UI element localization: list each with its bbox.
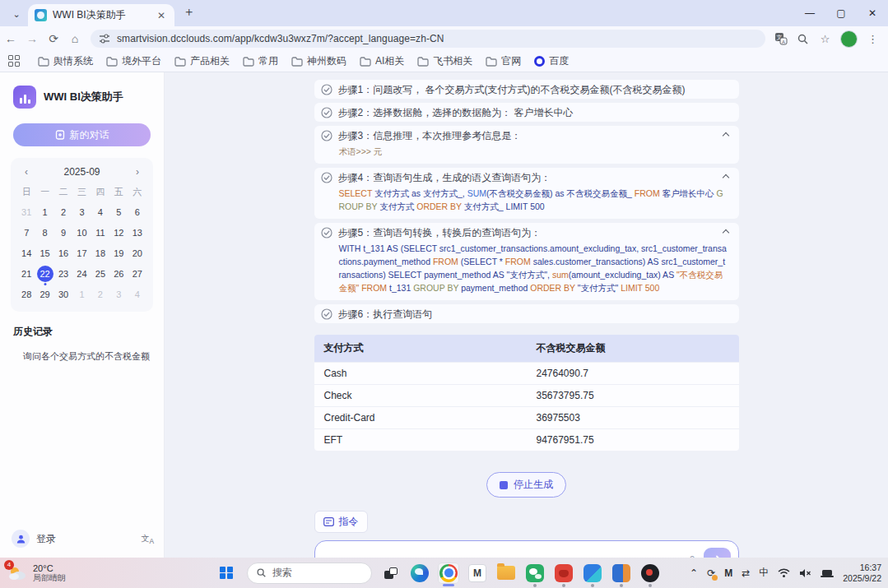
home-icon[interactable]: ⌂ (64, 32, 86, 45)
calendar-day[interactable]: 10 (72, 224, 91, 242)
red-app-icon[interactable] (553, 563, 574, 584)
bookmark-folder[interactable]: 产品相关 (168, 53, 236, 70)
start-button[interactable] (214, 561, 239, 586)
login-label[interactable]: 登录 (36, 532, 134, 546)
calendar-day[interactable]: 1 (35, 203, 53, 221)
calendar-day[interactable]: 13 (128, 224, 146, 242)
calendar-day[interactable]: 29 (35, 285, 53, 303)
calendar-day[interactable]: 6 (128, 203, 146, 221)
bookmark-star-icon[interactable]: ☆ (818, 32, 832, 46)
bookmark-folder[interactable]: 舆情系统 (31, 53, 100, 70)
stop-generating-button[interactable]: 停止生成 (486, 472, 566, 498)
calendar-day[interactable]: 9 (54, 224, 72, 242)
bookmark-folder[interactable]: AI相关 (353, 53, 411, 70)
command-chip[interactable]: 指令 (314, 511, 368, 533)
bookmark-folder[interactable]: 神州数码 (285, 53, 353, 70)
calendar-day[interactable]: 11 (91, 224, 109, 242)
tab-close-icon[interactable]: ✕ (155, 9, 168, 22)
marktext-icon[interactable]: M (467, 563, 488, 584)
wechat-icon[interactable] (524, 563, 546, 584)
calendar-day[interactable]: 26 (109, 265, 128, 283)
edge-icon[interactable] (409, 563, 430, 584)
bookmark-folder[interactable]: 官网 (479, 53, 528, 70)
window-close-button[interactable]: ✕ (857, 0, 888, 26)
calendar-day[interactable]: 20 (128, 244, 146, 262)
window-maximize-button[interactable]: ▢ (825, 0, 857, 26)
file-explorer-icon[interactable] (495, 563, 517, 584)
forward-icon[interactable]: → (21, 32, 43, 45)
back-icon[interactable]: ← (0, 32, 21, 45)
apps-grid-icon[interactable] (8, 55, 21, 68)
tray-sync-icon[interactable]: ⟳ (707, 567, 715, 579)
task-view-icon[interactable] (380, 563, 402, 584)
tray-marktext-icon[interactable]: M (724, 567, 732, 579)
calendar-day[interactable]: 4 (91, 203, 109, 221)
calendar-day[interactable]: 3 (72, 203, 91, 221)
calendar-day[interactable]: 5 (109, 203, 128, 221)
browser-tab[interactable]: WWI BI决策助手 ✕ (28, 4, 174, 26)
bookmark-site[interactable]: 百度 (528, 53, 575, 70)
site-settings-icon[interactable] (99, 33, 110, 44)
calendar-day[interactable]: 16 (54, 244, 72, 262)
chrome-icon[interactable] (438, 563, 459, 584)
calendar-day[interactable]: 25 (91, 265, 109, 283)
calendar-day[interactable]: 18 (91, 244, 109, 262)
calendar-day[interactable]: 4 (128, 285, 146, 303)
profile-avatar[interactable] (840, 30, 858, 48)
docs-app-icon[interactable] (611, 563, 632, 584)
calendar-next-icon[interactable]: › (133, 166, 142, 178)
calendar-day[interactable]: 19 (109, 244, 128, 262)
bookmark-folder[interactable]: 飞书相关 (411, 53, 479, 70)
calendar-day[interactable]: 21 (17, 265, 35, 283)
calendar-day[interactable]: 28 (17, 285, 35, 303)
calendar-day[interactable]: 2 (91, 285, 109, 303)
bookmark-folder[interactable]: 常用 (236, 53, 285, 70)
taskbar-clock[interactable]: 16:37 2025/9/22 (843, 563, 881, 584)
calendar-prev-icon[interactable]: ‹ (22, 166, 30, 178)
calendar-day[interactable]: 8 (35, 224, 53, 242)
calendar-day[interactable]: 14 (17, 244, 35, 262)
calendar-day[interactable]: 3 (109, 285, 128, 303)
blue-app-icon[interactable] (582, 563, 603, 584)
taskbar-search[interactable]: 搜索 (247, 563, 372, 584)
user-avatar[interactable] (12, 530, 30, 548)
recorder-app-icon[interactable] (639, 563, 661, 584)
device-icon[interactable] (821, 568, 834, 578)
tab-search-chevron-icon[interactable]: ⌄ (7, 5, 26, 23)
collapse-chevron-icon[interactable] (722, 229, 728, 235)
window-minimize-button[interactable]: — (794, 0, 825, 26)
new-chat-button[interactable]: 新的对话 (13, 123, 151, 146)
address-bar[interactable]: smartvision.dcclouds.com/app/kcdw3u3wxz7… (91, 30, 765, 48)
calendar-day[interactable]: 7 (17, 224, 35, 242)
ime-indicator[interactable]: 中 (759, 566, 769, 580)
new-tab-button[interactable]: ＋ (183, 4, 195, 20)
translate-icon[interactable]: 文A (774, 32, 788, 46)
calendar-day[interactable]: 24 (72, 265, 91, 283)
bookmark-folder[interactable]: 境外平台 (100, 53, 168, 70)
language-toggle-icon[interactable]: 文A (141, 533, 154, 545)
calendar-day[interactable]: 30 (54, 285, 72, 303)
calendar-day[interactable]: 1 (72, 285, 91, 303)
calendar-day[interactable]: 27 (128, 265, 146, 283)
collapse-chevron-icon[interactable] (722, 174, 728, 180)
calendar-day[interactable]: 12 (109, 224, 128, 242)
history-item[interactable]: 询问各个交易方式的不含税金额 (0, 339, 164, 363)
send-button[interactable] (704, 548, 731, 558)
tray-network-arrows-icon[interactable]: ⇄ (742, 567, 750, 579)
reload-icon[interactable]: ⟳ (43, 32, 64, 45)
wifi-icon[interactable] (778, 568, 790, 578)
message-input[interactable] (325, 546, 664, 558)
browser-menu-icon[interactable]: ⋮ (866, 32, 880, 46)
calendar-day[interactable]: 31 (17, 203, 35, 221)
calendar-day[interactable]: 15 (35, 244, 53, 262)
message-input-box[interactable]: 0 (314, 540, 739, 558)
tray-expand-icon[interactable]: ⌃ (690, 567, 698, 579)
calendar-day[interactable]: 2 (54, 203, 72, 221)
collapse-chevron-icon[interactable] (722, 132, 728, 138)
calendar-day[interactable]: 17 (72, 244, 91, 262)
calendar-day-selected[interactable]: 22 (35, 265, 53, 283)
search-icon[interactable] (796, 32, 810, 46)
volume-muted-icon[interactable] (799, 568, 811, 578)
calendar-day[interactable]: 23 (54, 265, 72, 283)
taskbar-weather-widget[interactable]: 4 20°C 局部晴朗 (0, 563, 214, 584)
